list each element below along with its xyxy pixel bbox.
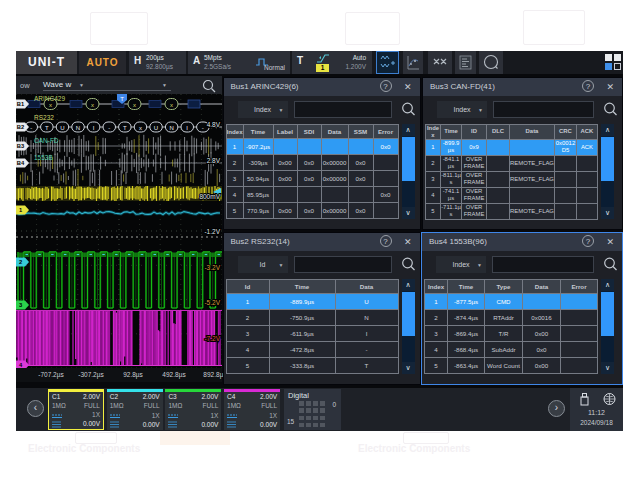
bus3-row-3[interactable]: 3-811.1µsOVER FRAMEREMOTE_FLAG <box>426 171 598 187</box>
scroll-up-icon[interactable]: ∧ <box>601 124 614 136</box>
search-icon[interactable] <box>401 101 416 117</box>
bus2-row-1[interactable]: 1-889.9µsU <box>226 293 398 309</box>
search-icon[interactable] <box>401 256 416 272</box>
bus3-row-5[interactable]: 5-711.1µsOVER FRAMEREMOTE_FLAG <box>426 203 598 219</box>
bus3-scrollbar[interactable]: ∧∨ <box>601 124 614 219</box>
wave-search-icon[interactable] <box>202 79 217 94</box>
scroll-up-icon[interactable]: ∧ <box>601 279 614 291</box>
bus2-scrollbar[interactable]: ∧∨ <box>402 279 415 374</box>
trigger-settings[interactable]: T 1 Auto 1.200V <box>292 51 372 74</box>
channel-card-c1[interactable]: C12.00V1MΩFULL1X0.00V <box>48 389 104 430</box>
channel-impedance: 1MΩ <box>110 402 124 410</box>
channel-card-c3[interactable]: C32.00V1MΩFULL1X0.00V <box>165 389 221 430</box>
scroll-down-icon[interactable]: ∨ <box>601 207 614 219</box>
collapse-left-button[interactable]: ‹ <box>27 400 44 417</box>
bus1-row-2[interactable]: 2-309µs0x000x00x000000x0 <box>226 155 398 171</box>
xy-plot-icon[interactable] <box>403 51 423 74</box>
channel-name: C1 <box>52 393 60 401</box>
channel-card-c2[interactable]: C22.00V1MΩFULL1X0.00V <box>107 389 163 430</box>
acquire-label: A <box>193 55 200 66</box>
bus1-scrollbar[interactable]: ∧∨ <box>402 124 415 219</box>
close-icon[interactable]: ✕ <box>606 235 614 250</box>
offset-icon <box>52 421 61 428</box>
bus3-row-4[interactable]: 4-741.1µsOVER FRAME <box>426 187 598 203</box>
bus3-title-bar: Bus3 CAN-FD(41)?✕ <box>423 78 622 96</box>
scroll-down-icon[interactable]: ∨ <box>402 362 415 374</box>
bus4-row-2[interactable]: 2-874.4µsRTAddr0x0016 <box>425 309 598 325</box>
help-icon[interactable]: ? <box>582 80 594 92</box>
search-icon[interactable] <box>603 101 618 117</box>
top-toolbar: UNI-T AUTO H 200µs 92.800µs A 5Mpts 2.5G… <box>16 51 623 74</box>
bus4-scrollbar[interactable]: ∧∨ <box>601 279 614 374</box>
wave-math-icon[interactable] <box>376 51 399 74</box>
svg-text:x: x <box>133 102 136 108</box>
scroll-thumb[interactable] <box>601 292 614 336</box>
timebase-value: 200µs <box>146 53 173 62</box>
digital-channels-card[interactable]: Digital 0 15 <box>284 389 341 430</box>
help-icon[interactable]: ? <box>380 80 392 92</box>
scroll-down-icon[interactable]: ∨ <box>402 207 415 219</box>
channel-impedance: 1MΩ <box>168 402 182 410</box>
svg-text:-: - <box>30 125 32 131</box>
watermark-box <box>523 10 585 45</box>
close-icon[interactable]: ✕ <box>606 80 614 95</box>
bottom-status-bar: ‹ › Digital 0 15 11:12 2024/09/18 C12.00… <box>16 388 623 431</box>
bus4-row-5[interactable]: 5-863.4µsWord Count0x00 <box>425 357 598 373</box>
bus3-filter-dropdown[interactable]: Index▼ <box>437 101 487 118</box>
channel-bandwidth: FULL <box>202 402 218 410</box>
bus4-row-4[interactable]: 4-868.4µsSubAddr0x0 <box>425 341 598 357</box>
wave-window-title: Wave w <box>43 80 71 89</box>
acquire-settings[interactable]: A 5Mpts 2.5GSa/s Normal <box>188 51 290 74</box>
scroll-up-icon[interactable]: ∧ <box>402 279 415 291</box>
display-grid-icon[interactable] <box>605 54 622 71</box>
bus4-search-input[interactable] <box>492 256 594 273</box>
help-icon[interactable]: ? <box>582 235 594 247</box>
channel-card-c4[interactable]: C42.00V1MΩFULL1X0.00V <box>224 389 280 430</box>
search-icon[interactable] <box>603 256 618 272</box>
channel-bandwidth: FULL <box>144 402 160 410</box>
close-icon[interactable]: ✕ <box>404 235 412 250</box>
usb-icon <box>578 392 590 406</box>
bus1-col-sdi: SDI <box>297 125 321 139</box>
expand-right-button[interactable]: › <box>548 400 565 417</box>
scroll-thumb[interactable] <box>402 137 415 181</box>
bus1-filter-dropdown[interactable]: Index▼ <box>238 101 288 118</box>
bus2-col-time: Time <box>269 279 335 293</box>
bus4-row-3[interactable]: 3-869.4µsT/R0x00 <box>425 325 598 341</box>
bus2-row-2[interactable]: 2-750.9µsN <box>226 309 398 325</box>
scroll-thumb[interactable] <box>402 292 415 336</box>
bus1-row-1[interactable]: 1-907.2µs0x0 <box>226 139 398 155</box>
trigger-label: T <box>297 55 303 66</box>
bus1-row-4[interactable]: 485.95µs0x0 <box>226 187 398 203</box>
horizontal-settings[interactable]: H 200µs 92.800µs <box>129 51 186 74</box>
bus2-title: Bus2 RS232(14) <box>231 237 290 246</box>
bus2-filter-dropdown[interactable]: Id▼ <box>238 256 288 273</box>
bus1-col-index: Index <box>226 125 243 139</box>
scroll-thumb[interactable] <box>601 137 614 181</box>
svg-text:x: x <box>91 102 94 108</box>
wave-window-header[interactable]: ow Wave w ▼ ▼ <box>16 76 222 94</box>
bus2-row-4[interactable]: 4-472.8µs- <box>226 341 398 357</box>
bus1-row-5[interactable]: 5770.9µs0x000x00x000000x0 <box>226 203 398 219</box>
bus3-row-2[interactable]: 2-841.1µsOVER FRAMEREMOTE_FLAG <box>426 155 598 171</box>
bus2-row-3[interactable]: 3-611.9µsI <box>226 325 398 341</box>
bus2-row-5[interactable]: 5-333.8µsT <box>226 357 398 373</box>
help-icon[interactable]: ? <box>380 235 392 247</box>
close-icon[interactable]: ✕ <box>404 80 412 95</box>
measure-icon[interactable] <box>428 51 452 74</box>
bus4-filter-dropdown[interactable]: Index▼ <box>436 256 486 273</box>
events-list-icon[interactable] <box>455 51 476 74</box>
bus1-wave-label: ARINC429 <box>34 95 65 102</box>
acquire-mode-value: Normal <box>264 64 285 71</box>
bus1-row-3[interactable]: 350.94µs0x000x00x000000x0 <box>226 171 398 187</box>
bus3-row-1[interactable]: 1-899.9µs0x90x0012D5ACK <box>426 139 598 155</box>
bus3-search-row: Index▼ <box>423 98 622 122</box>
bus4-row-1[interactable]: 1-877.5µsCMD <box>425 293 598 309</box>
scroll-down-icon[interactable]: ∨ <box>601 362 614 374</box>
clock-panel[interactable]: 11:12 2024/09/18 <box>570 388 623 431</box>
search-zoom-icon[interactable] <box>479 51 503 74</box>
bus2-search-input[interactable] <box>294 256 392 273</box>
bus3-search-input[interactable] <box>493 101 594 118</box>
bus1-search-input[interactable] <box>294 101 392 118</box>
scroll-up-icon[interactable]: ∧ <box>402 124 415 136</box>
